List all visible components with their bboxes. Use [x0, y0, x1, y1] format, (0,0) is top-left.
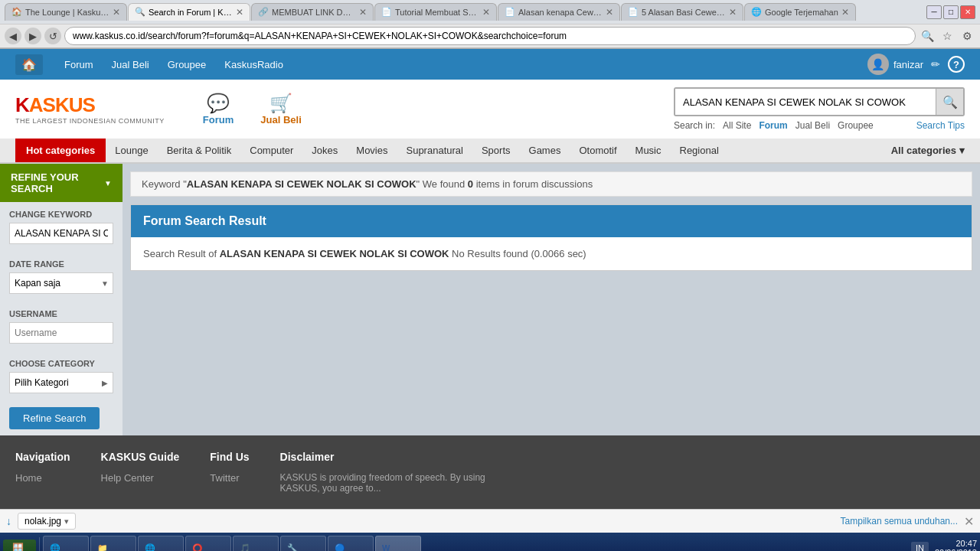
browser-titlebar: 🏠 The Lounge | Kaskus... ✕ 🔍 Search in F…	[0, 0, 980, 49]
cat-games[interactable]: Games	[520, 139, 570, 162]
taskbar-btn-app2[interactable]: 🔵	[328, 536, 374, 551]
close-button[interactable]: ✕	[960, 5, 975, 19]
search-input[interactable]	[675, 89, 936, 115]
tab4-close[interactable]: ✕	[482, 7, 490, 18]
logo-nav-forum[interactable]: 💬 Forum	[195, 90, 241, 129]
url-bar[interactable]	[64, 27, 916, 45]
download-file[interactable]: nolak.jpg ▾	[18, 513, 76, 530]
nav-forum[interactable]: Forum	[58, 56, 100, 73]
tab2-label: Search in Forum | Kas...	[149, 8, 233, 17]
search-toolbar-icon[interactable]: 🔍	[919, 28, 936, 44]
nav-jualbeli[interactable]: Jual Beli	[106, 56, 155, 73]
footer-navigation-heading: Navigation	[15, 451, 70, 463]
reload-button[interactable]: ↺	[44, 28, 61, 44]
footer-link-twitter[interactable]: Twitter	[210, 472, 249, 484]
cat-otomotif[interactable]: Otomotif	[570, 139, 626, 162]
nav-groupee[interactable]: Groupee	[162, 56, 213, 73]
chrome-icon: ⭕	[192, 543, 203, 552]
tab5-close[interactable]: ✕	[606, 7, 613, 18]
notice-keyword: ALASAN KENAPA SI CEWEK NOLAK SI COWOK	[187, 178, 416, 190]
browser-tab-5[interactable]: 📄 Alasan kenapa Cewek... ✕	[498, 3, 620, 21]
user-info: 👤 fanizar	[867, 54, 923, 75]
footer-link-helpcenter[interactable]: Help Center	[101, 472, 180, 484]
browser-tab-2[interactable]: 🔍 Search in Forum | Kas... ✕	[128, 3, 250, 21]
search-button[interactable]: 🔍	[936, 89, 963, 115]
logo-nav-jualbeli[interactable]: 🛒 Jual Beli	[253, 90, 309, 129]
taskbar-right: IN 20:47 20/06/2013	[911, 539, 977, 551]
keyword-input[interactable]	[9, 223, 113, 244]
search-area: 🔍 Search in: All Site Forum Jual Beli Gr…	[674, 87, 965, 131]
download-dropdown-icon[interactable]: ▾	[64, 517, 69, 527]
cat-lounge[interactable]: Lounge	[106, 139, 157, 162]
clock-date: 20/06/2013	[935, 548, 977, 551]
browser-tab-3[interactable]: 🔗 MEMBUAT LINK DAL... ✕	[251, 3, 374, 21]
minimize-button[interactable]: ─	[926, 5, 942, 19]
cat-berita[interactable]: Berita & Politik	[158, 139, 241, 162]
tab2-favicon: 🔍	[135, 7, 145, 18]
hot-categories[interactable]: Hot categories	[15, 139, 106, 162]
date-range-select[interactable]: Kapan saja Hari ini Minggu ini Bulan ini	[9, 272, 113, 294]
settings-icon[interactable]: ⚙	[959, 28, 975, 44]
refine-your-search-button[interactable]: REFINE YOUR SEARCH	[0, 164, 122, 202]
search-option-jualbeli[interactable]: Jual Beli	[795, 120, 830, 131]
help-icon[interactable]: ?	[948, 56, 965, 73]
taskbar-btn-ie2[interactable]: 🌐	[138, 536, 184, 551]
nav-kaskusradio[interactable]: KaskusRadio	[218, 56, 289, 73]
edit-icon[interactable]: ✏	[931, 58, 940, 70]
search-options: Search in: All Site Forum Jual Beli Grou…	[674, 120, 965, 131]
cat-music[interactable]: Music	[626, 139, 671, 162]
forward-button[interactable]: ▶	[24, 28, 41, 44]
show-all-downloads-link[interactable]: Tampilkan semua unduhan...	[841, 516, 958, 527]
change-keyword-label: CHANGE KEYWORD	[9, 210, 113, 219]
tab3-close[interactable]: ✕	[359, 7, 367, 18]
taskbar-btn-media[interactable]: 🎵	[233, 536, 279, 551]
back-button[interactable]: ◀	[5, 28, 21, 44]
browser-tab-6[interactable]: 📄 5 Alasan Basi Cewek U... ✕	[621, 3, 743, 21]
refine-search-button[interactable]: Refine Search	[9, 407, 100, 429]
date-range-section: DATE RANGE Kapan saja Hari ini Minggu in…	[0, 252, 122, 302]
taskbar-btn-app1[interactable]: 🔧	[280, 536, 326, 551]
categories-bar: Hot categories Lounge Berita & Politik C…	[0, 139, 980, 164]
cat-computer[interactable]: Computer	[240, 139, 302, 162]
start-button[interactable]: 🪟	[3, 540, 36, 551]
cat-supranatural[interactable]: Supranatural	[397, 139, 472, 162]
ie2-icon: 🌐	[145, 543, 155, 552]
browser-tab-7[interactable]: 🌐 Google Terjemahan ✕	[744, 3, 856, 21]
cat-sports[interactable]: Sports	[472, 139, 520, 162]
footer-col-guide: KASKUS Guide Help Center	[101, 451, 180, 494]
forum-icon: 💬	[207, 93, 230, 114]
taskbar-btn-word[interactable]: W	[375, 536, 421, 551]
tab1-close[interactable]: ✕	[113, 7, 120, 18]
start-icon: 🪟	[12, 543, 24, 551]
taskbar-btn-chrome[interactable]: ⭕	[185, 536, 231, 551]
tab6-close[interactable]: ✕	[729, 7, 737, 18]
browser-tab-4[interactable]: 📄 Tutorial Membuat Sp... ✕	[374, 3, 497, 21]
taskbar-btn-folder[interactable]: 📁	[90, 536, 136, 551]
search-tips-link[interactable]: Search Tips	[916, 120, 965, 131]
footer-link-home[interactable]: Home	[15, 472, 70, 484]
browser-tab-1[interactable]: 🏠 The Lounge | Kaskus... ✕	[5, 3, 127, 21]
all-categories-label: All categories	[891, 145, 956, 156]
tab7-favicon: 🌐	[751, 7, 762, 18]
home-icon[interactable]: 🏠	[15, 54, 43, 75]
tab1-label: The Lounge | Kaskus...	[25, 8, 109, 17]
footer-guide-heading: KASKUS Guide	[101, 451, 180, 463]
search-results-area: Keyword "ALASAN KENAPA SI CEWEK NOLAK SI…	[122, 164, 980, 435]
search-option-groupee[interactable]: Groupee	[838, 120, 874, 131]
taskbar-btn-ie[interactable]: 🌐	[43, 536, 89, 551]
search-option-allsite[interactable]: All Site	[723, 120, 751, 131]
tab3-favicon: 🔗	[258, 7, 269, 18]
download-bar-close[interactable]: ✕	[964, 514, 974, 529]
maximize-button[interactable]: □	[943, 5, 959, 19]
search-option-forum[interactable]: Forum	[759, 120, 787, 131]
cat-movies[interactable]: Movies	[347, 139, 397, 162]
cat-regional[interactable]: Regional	[671, 139, 728, 162]
star-icon[interactable]: ☆	[939, 28, 956, 44]
tab7-close[interactable]: ✕	[841, 7, 849, 18]
download-filename: nolak.jpg	[24, 516, 61, 527]
username-input[interactable]	[9, 322, 113, 344]
all-categories[interactable]: All categories ▾	[891, 145, 965, 156]
category-select[interactable]: Pilih Kategori	[9, 372, 113, 393]
tab2-close[interactable]: ✕	[236, 7, 243, 18]
cat-jokes[interactable]: Jokes	[302, 139, 347, 162]
